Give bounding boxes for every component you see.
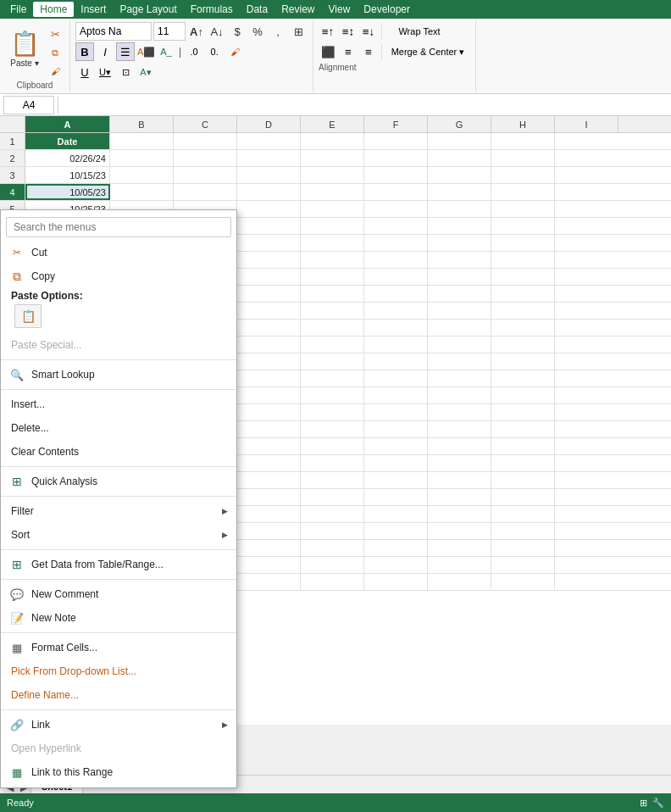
context-new-note[interactable]: 📝 New Note xyxy=(1,606,236,630)
cell[interactable] xyxy=(491,574,555,590)
cell[interactable] xyxy=(301,184,364,200)
cell[interactable] xyxy=(491,184,555,200)
cell[interactable] xyxy=(301,150,364,166)
cell[interactable] xyxy=(301,269,364,285)
menu-page-layout[interactable]: Page Layout xyxy=(113,2,183,17)
cell[interactable] xyxy=(237,574,301,590)
highlight-button[interactable]: A⬛ xyxy=(136,42,155,61)
cell[interactable] xyxy=(364,574,428,590)
cell[interactable] xyxy=(237,455,301,471)
status-icon-2[interactable]: 🔧 xyxy=(652,798,664,809)
cell[interactable] xyxy=(428,455,491,471)
cell[interactable] xyxy=(428,574,491,590)
font-size-input[interactable] xyxy=(153,22,186,41)
center-align-button[interactable]: ≡ xyxy=(339,42,358,61)
paint-button[interactable]: 🖌 xyxy=(225,42,244,61)
cell[interactable] xyxy=(237,523,301,539)
format-painter-button[interactable]: 🖌 xyxy=(46,63,64,80)
cell[interactable] xyxy=(428,133,491,149)
cell[interactable] xyxy=(110,133,174,149)
cell[interactable] xyxy=(237,438,301,454)
cell[interactable] xyxy=(428,269,491,285)
context-quick-analysis[interactable]: ⊞ Quick Analysis xyxy=(1,470,236,493)
row-number[interactable]: 1 xyxy=(0,133,25,149)
context-smart-lookup[interactable]: 🔍 Smart Lookup xyxy=(1,363,236,387)
cell[interactable] xyxy=(364,353,428,370)
cell[interactable] xyxy=(237,252,301,268)
cell[interactable] xyxy=(491,167,555,183)
context-pick-dropdown[interactable]: Pick From Drop-down List... xyxy=(1,659,236,683)
cell[interactable] xyxy=(491,506,555,522)
cell[interactable] xyxy=(301,336,364,353)
menu-insert[interactable]: Insert xyxy=(74,2,113,17)
cell[interactable] xyxy=(428,523,491,539)
context-clear-contents[interactable]: Clear Contents xyxy=(1,440,236,464)
underline2-button[interactable]: U▾ xyxy=(96,63,114,81)
cell[interactable] xyxy=(491,472,555,488)
context-link[interactable]: 🔗 Link xyxy=(1,713,236,737)
cell[interactable] xyxy=(237,557,301,573)
cell[interactable] xyxy=(364,489,428,505)
context-define-name[interactable]: Define Name... xyxy=(1,683,236,707)
menu-data[interactable]: Data xyxy=(240,2,274,17)
cell[interactable] xyxy=(428,370,491,387)
context-link-to-range[interactable]: ▦ Link to this Range xyxy=(1,760,236,784)
cell[interactable] xyxy=(174,133,237,149)
cell[interactable] xyxy=(237,421,301,437)
cell[interactable] xyxy=(491,421,555,437)
percent-button[interactable]: % xyxy=(248,22,267,41)
font-color-button[interactable]: A_ xyxy=(157,42,175,61)
menu-developer[interactable]: Developer xyxy=(357,2,417,17)
col-header-e[interactable]: E xyxy=(301,116,364,132)
cell[interactable] xyxy=(301,387,364,403)
cell[interactable] xyxy=(364,184,428,200)
cell[interactable] xyxy=(364,303,428,319)
menu-file[interactable]: File xyxy=(3,2,33,17)
cell[interactable] xyxy=(237,269,301,285)
cell[interactable] xyxy=(428,506,491,522)
cell[interactable] xyxy=(237,184,301,200)
cell[interactable] xyxy=(237,286,301,302)
cell[interactable] xyxy=(428,472,491,488)
cell[interactable] xyxy=(364,150,428,166)
cell[interactable] xyxy=(491,252,555,268)
cell[interactable] xyxy=(237,387,301,403)
cell[interactable] xyxy=(491,336,555,353)
italic-button[interactable]: I xyxy=(96,42,114,61)
cell[interactable] xyxy=(364,218,428,234)
dollar-button[interactable]: $ xyxy=(228,22,247,41)
cell[interactable] xyxy=(237,133,301,149)
cell[interactable] xyxy=(428,218,491,234)
context-menu-search[interactable] xyxy=(6,217,231,237)
col-header-g[interactable]: G xyxy=(428,116,491,132)
cell[interactable] xyxy=(237,320,301,336)
cell[interactable] xyxy=(364,557,428,573)
cell[interactable] xyxy=(428,184,491,200)
cell[interactable] xyxy=(110,184,174,200)
cell[interactable] xyxy=(364,167,428,183)
cell[interactable] xyxy=(364,336,428,353)
borders-button[interactable]: ⊞ xyxy=(289,22,308,41)
status-icon-1[interactable]: ⊞ xyxy=(640,798,647,809)
cell[interactable]: 10/15/23 xyxy=(25,167,110,183)
context-get-data[interactable]: ⊞ Get Data from Table/Range... xyxy=(1,553,236,576)
menu-view[interactable]: View xyxy=(322,2,358,17)
align-middle-button[interactable]: ≡↕ xyxy=(339,22,358,41)
cell[interactable] xyxy=(364,235,428,251)
cell[interactable] xyxy=(237,235,301,251)
context-sort[interactable]: Sort xyxy=(1,523,236,547)
fill-button[interactable]: A▾ xyxy=(136,63,155,81)
right-align-button[interactable]: ≡ xyxy=(359,42,378,61)
cell[interactable] xyxy=(364,286,428,302)
cell[interactable] xyxy=(364,506,428,522)
cell[interactable] xyxy=(491,201,555,217)
cell[interactable] xyxy=(428,387,491,403)
cell[interactable] xyxy=(364,421,428,437)
context-delete[interactable]: Delete... xyxy=(1,416,236,440)
border2-button[interactable]: ⊡ xyxy=(116,63,135,81)
cell[interactable] xyxy=(301,167,364,183)
cell[interactable] xyxy=(491,387,555,403)
cell[interactable] xyxy=(428,167,491,183)
cell[interactable] xyxy=(491,320,555,336)
cell[interactable] xyxy=(364,201,428,217)
